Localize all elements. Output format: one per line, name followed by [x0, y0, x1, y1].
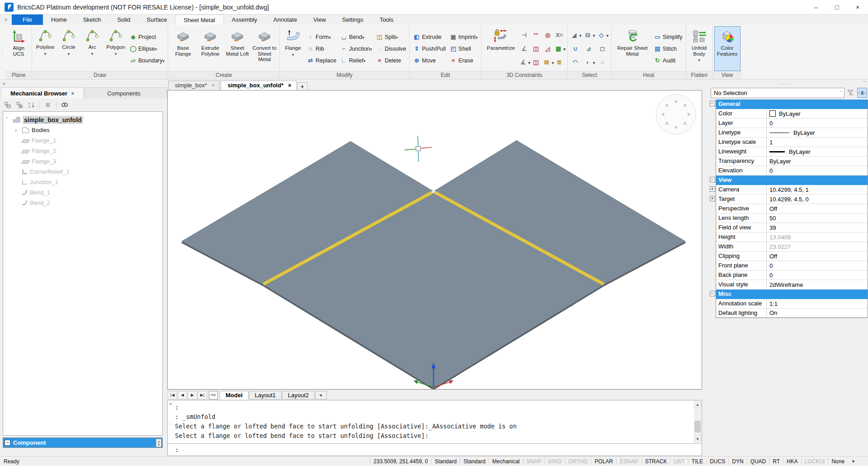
- first-layout-icon[interactable]: |◀: [168, 391, 177, 399]
- layout-tab[interactable]: Layout2: [282, 391, 315, 399]
- modify-small-button[interactable]: ◌ Dissolve: [374, 43, 408, 55]
- property-row[interactable]: Width 23.0227: [709, 242, 868, 252]
- constraint-tool-button[interactable]: ◿: [542, 42, 554, 56]
- workspace-close-icon[interactable]: ×: [0, 14, 12, 25]
- tree-item[interactable]: › Bodies: [3, 125, 162, 135]
- settings-icon[interactable]: [43, 100, 53, 109]
- ribbon-tab[interactable]: Home: [43, 14, 75, 25]
- layout-tab[interactable]: Layout1: [249, 391, 282, 399]
- collapse-tree-icon[interactable]: [3, 100, 13, 109]
- repair-sheet-metal-button[interactable]: Repair Sheet Metal: [613, 26, 652, 71]
- property-row[interactable]: Color ByLayer: [709, 109, 868, 119]
- modify-small-button[interactable]: ∩ Rib: [305, 43, 338, 55]
- document-tab[interactable]: simple_box_unfold* ×: [221, 81, 296, 90]
- panel-close-icon[interactable]: ×: [3, 81, 5, 86]
- new-layout-button[interactable]: +: [315, 391, 327, 399]
- property-row[interactable]: Annotation scale 1:1: [709, 299, 868, 309]
- command-line-panel[interactable]: × ⋮ : : _smUnfold Select a flange or lof…: [167, 400, 702, 456]
- new-document-tab-button[interactable]: +: [297, 82, 307, 90]
- modify-small-button[interactable]: ⌐ Junction: [338, 43, 374, 55]
- status-toggle[interactable]: GRID: [544, 458, 565, 465]
- navigation-wheel-icon[interactable]: [656, 95, 696, 134]
- browser-panel-tab[interactable]: Components: [84, 87, 167, 99]
- scroll-up-icon[interactable]: ▲: [694, 401, 701, 408]
- sort-az-icon[interactable]: AZ: [26, 100, 36, 109]
- draw-tool-button[interactable]: Polyline: [33, 26, 57, 71]
- tree-item[interactable]: CornerRelief_1: [3, 166, 162, 177]
- ribbon-tab[interactable]: Solid: [109, 14, 138, 25]
- resize-grip-icon[interactable]: ⋰: [861, 459, 867, 466]
- command-scrollbar[interactable]: ▲ ▼: [694, 401, 701, 442]
- property-row[interactable]: Layer 0: [709, 119, 868, 128]
- tree-item[interactable]: Junction_1: [3, 177, 162, 187]
- property-row[interactable]: Lens length 50: [709, 214, 868, 223]
- property-row[interactable]: − General: [709, 100, 868, 109]
- tree-item[interactable]: Flange_3: [3, 156, 162, 166]
- tree-item[interactable]: Bend_1: [3, 187, 162, 198]
- tree-item[interactable]: Flange_1: [3, 135, 162, 146]
- create-tool-button[interactable]: Base Flange: [170, 26, 197, 71]
- close-button[interactable]: ×: [847, 0, 868, 14]
- property-row[interactable]: Default lighting On: [709, 309, 868, 318]
- quick-filter-icon[interactable]: [846, 88, 856, 98]
- select-tool-button[interactable]: ∪: [569, 42, 583, 56]
- draw-tool-button[interactable]: Circle: [57, 26, 80, 71]
- constraint-tool-button[interactable]: ◫: [531, 56, 542, 69]
- document-tab[interactable]: simple_box* ×: [168, 81, 220, 90]
- constraint-tool-button[interactable]: ∠: [519, 42, 531, 56]
- ribbon-tab[interactable]: Tools: [372, 14, 401, 25]
- select-tool-button[interactable]: ◢: [569, 29, 583, 42]
- row-expander-icon[interactable]: +: [710, 186, 715, 192]
- modify-small-button[interactable]: ↑ Form: [305, 31, 338, 43]
- status-toggle[interactable]: SNAP: [523, 458, 545, 465]
- tab-close-icon[interactable]: ×: [212, 82, 215, 89]
- edit-small-button[interactable]: ◰ Shell: [448, 43, 480, 55]
- select-tool-button[interactable]: ◻: [596, 42, 610, 56]
- maximize-button[interactable]: □: [826, 0, 847, 14]
- command-close-icon[interactable]: ×: [169, 401, 172, 407]
- row-expander-icon[interactable]: −: [710, 101, 715, 106]
- command-drag-handle[interactable]: ⋮: [168, 422, 172, 424]
- select-tool-button[interactable]: ◠: [569, 56, 583, 69]
- constraint-tool-button[interactable]: X=: [554, 29, 566, 42]
- prev-layout-icon[interactable]: ◀: [178, 391, 187, 399]
- tree-item[interactable]: Flange_2: [3, 146, 162, 156]
- row-expander-icon[interactable]: −: [710, 291, 715, 296]
- panel-drag-handle[interactable]: ·····: [80, 81, 93, 86]
- property-row[interactable]: Linetype ByLayer: [709, 128, 868, 138]
- heal-small-button[interactable]: ▭ Simplify: [652, 31, 684, 43]
- last-layout-icon[interactable]: ▶|: [198, 391, 207, 399]
- ribbon-tab[interactable]: Sheet Metal: [175, 14, 223, 25]
- panel-collapse-icon[interactable]: ˇ: [864, 81, 865, 86]
- status-toggle[interactable]: STRACK: [642, 458, 670, 465]
- property-row[interactable]: + Camera 10.4299, 4.5, 1: [709, 185, 868, 195]
- heal-small-button[interactable]: ↻ Audit: [652, 55, 684, 67]
- next-layout-icon[interactable]: ▶: [188, 391, 197, 399]
- property-row[interactable]: Transparency ByLayer: [709, 157, 868, 166]
- status-toggle[interactable]: ORTHO: [565, 458, 591, 465]
- create-tool-button[interactable]: Sheet Metal Loft: [224, 26, 251, 71]
- property-row[interactable]: Front plane 0: [709, 261, 868, 271]
- tree-item[interactable]: Bend_2: [3, 198, 162, 208]
- status-toggle[interactable]: Standard: [460, 458, 489, 465]
- color-features-button[interactable]: Color Features: [714, 26, 741, 71]
- modify-small-button[interactable]: ◫ Split: [374, 31, 408, 43]
- status-toggle[interactable]: Mechanical: [489, 458, 523, 465]
- ribbon-tab[interactable]: Surface: [138, 14, 175, 25]
- draw-small-button[interactable]: ◈ Project: [127, 31, 166, 43]
- edit-small-button[interactable]: ⊕ Move: [411, 55, 448, 67]
- property-row[interactable]: Perspective Off: [709, 204, 868, 214]
- layout-tab[interactable]: Model: [220, 391, 249, 399]
- ribbon-drag-handle[interactable]: ⋮: [0, 25, 5, 79]
- browser-panel-tab[interactable]: Mechanical Browser ×: [1, 87, 84, 99]
- edit-small-button[interactable]: ⇕ Push/Pull: [411, 43, 448, 55]
- draw-tool-button[interactable]: Arc: [80, 26, 104, 71]
- constraint-tool-button[interactable]: ◫: [531, 42, 542, 56]
- constraint-tool-button[interactable]: ▦: [554, 42, 566, 56]
- property-row[interactable]: + Target 10.4299, 4.5, 0: [709, 195, 868, 204]
- status-toggle[interactable]: POLAR: [591, 458, 616, 465]
- draw-small-button[interactable]: ◯ Ellipse: [127, 43, 166, 55]
- collapse-tree-red-icon[interactable]: [14, 100, 24, 109]
- tree-expander-icon[interactable]: ›: [15, 127, 21, 133]
- edit-small-button[interactable]: × Erase: [448, 55, 480, 67]
